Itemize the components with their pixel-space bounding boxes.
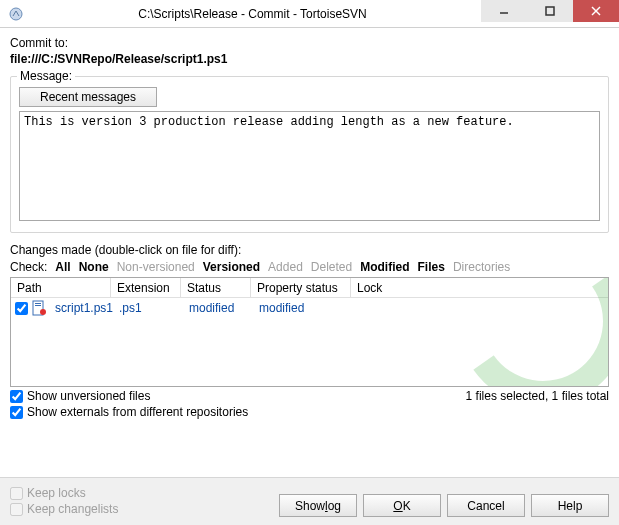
commit-to-label: Commit to: <box>10 36 609 50</box>
filter-row: Check: All None Non-versioned Versioned … <box>10 260 609 274</box>
maximize-button[interactable] <box>527 0 573 22</box>
show-unversioned-label: Show unversioned files <box>27 389 150 403</box>
file-list[interactable]: Path Extension Status Property status Lo… <box>10 277 609 387</box>
file-property-status: modified <box>253 301 353 315</box>
filter-added[interactable]: Added <box>268 260 303 274</box>
file-checkbox[interactable] <box>15 302 28 315</box>
keep-locks-label: Keep locks <box>27 486 86 500</box>
show-externals-label: Show externals from different repositori… <box>27 405 248 419</box>
filter-all[interactable]: All <box>55 260 70 274</box>
repo-url: file:///C:/SVNRepo/Release/script1.ps1 <box>10 52 609 66</box>
window-controls <box>481 0 619 27</box>
show-externals-checkbox[interactable] <box>10 406 23 419</box>
file-status: modified <box>183 301 253 315</box>
keep-changelists-label: Keep changelists <box>27 502 118 516</box>
filter-nonversioned[interactable]: Non-versioned <box>117 260 195 274</box>
file-icon <box>31 300 47 316</box>
message-group-label: Message: <box>17 69 75 83</box>
show-unversioned-checkbox[interactable] <box>10 390 23 403</box>
file-extension: .ps1 <box>113 301 183 315</box>
filter-deleted[interactable]: Deleted <box>311 260 352 274</box>
svg-rect-7 <box>35 305 41 306</box>
help-button[interactable]: Help <box>531 494 609 517</box>
col-lock[interactable]: Lock <box>351 278 608 297</box>
keep-locks-checkbox <box>10 487 23 500</box>
col-property-status[interactable]: Property status <box>251 278 351 297</box>
svg-rect-6 <box>35 303 41 304</box>
filter-none[interactable]: None <box>79 260 109 274</box>
file-row[interactable]: script1.ps1 .ps1 modified modified <box>11 298 608 318</box>
recent-messages-button[interactable]: Recent messages <box>19 87 157 107</box>
filter-modified[interactable]: Modified <box>360 260 409 274</box>
check-label: Check: <box>10 260 47 274</box>
message-group: Message: Recent messages <box>10 76 609 233</box>
minimize-button[interactable] <box>481 0 527 22</box>
commit-dialog: C:\Scripts\Release - Commit - TortoiseSV… <box>0 0 619 525</box>
keep-changelists-checkbox <box>10 503 23 516</box>
file-summary: 1 files selected, 1 files total <box>466 387 609 403</box>
col-status[interactable]: Status <box>181 278 251 297</box>
show-log-button[interactable]: Show log <box>279 494 357 517</box>
filter-files[interactable]: Files <box>418 260 445 274</box>
app-icon <box>8 6 24 22</box>
filter-versioned[interactable]: Versioned <box>203 260 260 274</box>
file-list-header: Path Extension Status Property status Lo… <box>11 278 608 298</box>
keep-locks-option: Keep locks <box>10 486 118 500</box>
client-area: Commit to: file:///C:/SVNRepo/Release/sc… <box>0 28 619 477</box>
ok-button[interactable]: OK <box>363 494 441 517</box>
summary-line: Show unversioned files Show externals fr… <box>10 387 609 419</box>
file-name: script1.ps1 <box>49 301 113 315</box>
bottom-bar: Keep locks Keep changelists Show log OK … <box>0 477 619 525</box>
titlebar: C:\Scripts\Release - Commit - TortoiseSV… <box>0 0 619 28</box>
commit-message-textarea[interactable] <box>19 111 600 221</box>
svg-point-0 <box>10 8 22 20</box>
filter-directories[interactable]: Directories <box>453 260 510 274</box>
svg-rect-2 <box>546 7 554 15</box>
svg-point-8 <box>40 309 46 315</box>
window-title: C:\Scripts\Release - Commit - TortoiseSV… <box>24 7 481 21</box>
close-button[interactable] <box>573 0 619 22</box>
cancel-button[interactable]: Cancel <box>447 494 525 517</box>
col-extension[interactable]: Extension <box>111 278 181 297</box>
changes-label: Changes made (double-click on file for d… <box>10 243 609 257</box>
keep-changelists-option: Keep changelists <box>10 502 118 516</box>
col-path[interactable]: Path <box>11 278 111 297</box>
